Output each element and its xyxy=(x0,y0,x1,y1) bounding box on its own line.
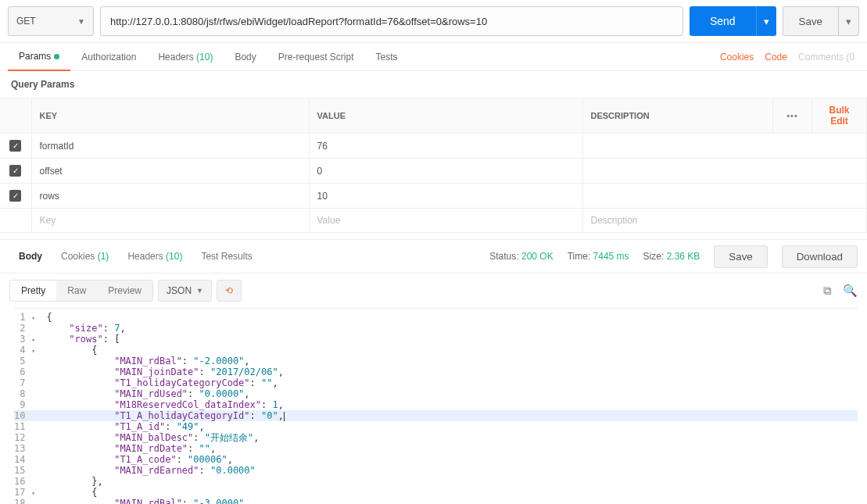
save-button[interactable]: Save xyxy=(783,6,839,36)
send-button[interactable]: Send xyxy=(690,6,756,36)
checkbox-icon[interactable]: ✓ xyxy=(9,140,21,152)
http-method-select[interactable]: GET ▼ xyxy=(8,6,94,36)
chevron-down-icon: ▾ xyxy=(764,16,769,27)
bulk-edit-link[interactable]: Bulk Edit xyxy=(829,105,849,127)
param-key-cell[interactable]: rows xyxy=(31,184,309,209)
param-value-cell[interactable]: 76 xyxy=(309,134,582,159)
query-params-table: KEY VALUE DESCRIPTION ••• Bulk Edit ✓ fo… xyxy=(0,98,867,233)
table-row-empty: Key Value Description xyxy=(0,209,867,233)
col-header-description: DESCRIPTION xyxy=(582,98,773,134)
save-response-button[interactable]: Save xyxy=(714,245,767,268)
download-response-button[interactable]: Download xyxy=(782,245,858,268)
params-indicator-dot xyxy=(54,54,59,59)
send-dropdown-button[interactable]: ▾ xyxy=(756,6,776,36)
link-code[interactable]: Code xyxy=(765,52,787,63)
param-value-cell[interactable]: 10 xyxy=(309,184,582,209)
search-icon[interactable]: 🔍 xyxy=(843,284,858,298)
chevron-down-icon: ▾ xyxy=(846,16,851,27)
save-dropdown-button[interactable]: ▾ xyxy=(839,6,859,36)
wrap-lines-icon[interactable]: ⟲ xyxy=(217,280,242,302)
col-header-value: VALUE xyxy=(309,98,582,134)
checkbox-icon[interactable]: ✓ xyxy=(9,190,21,202)
view-mode-group: Pretty Raw Preview xyxy=(9,280,153,302)
resp-tab-cookies[interactable]: Cookies (1) xyxy=(52,245,118,268)
tab-params[interactable]: Params xyxy=(8,43,70,71)
status-label: Status: 200 OK xyxy=(489,251,553,262)
tab-prerequest[interactable]: Pre-request Script xyxy=(267,44,365,70)
query-params-title: Query Params xyxy=(0,71,867,98)
format-select[interactable]: JSON ▼ xyxy=(158,280,212,302)
param-key-input[interactable]: Key xyxy=(31,209,309,233)
view-pretty-button[interactable]: Pretty xyxy=(10,281,56,301)
resp-tab-tests[interactable]: Test Results xyxy=(192,245,261,268)
table-row: ✓ offset 0 xyxy=(0,159,867,184)
resp-tab-body[interactable]: Body xyxy=(9,245,52,268)
url-input[interactable] xyxy=(100,6,683,36)
tab-tests[interactable]: Tests xyxy=(365,44,409,70)
checkbox-icon[interactable]: ✓ xyxy=(9,165,21,177)
time-label: Time: 7445 ms xyxy=(568,251,629,262)
param-key-cell[interactable]: offset xyxy=(31,159,309,184)
response-code-viewer[interactable]: 1▾23▾4▾567891011121314151617▾1819 { "siz… xyxy=(14,308,858,504)
chevron-down-icon: ▼ xyxy=(77,17,85,26)
more-options-icon[interactable]: ••• xyxy=(786,111,798,120)
link-cookies[interactable]: Cookies xyxy=(720,52,754,63)
param-key-cell[interactable]: formatId xyxy=(31,134,309,159)
param-desc-cell[interactable] xyxy=(582,134,867,159)
chevron-down-icon: ▼ xyxy=(196,287,203,295)
tab-authorization[interactable]: Authorization xyxy=(70,44,147,70)
col-header-key: KEY xyxy=(31,98,309,134)
table-row: ✓ formatId 76 xyxy=(0,134,867,159)
copy-icon[interactable]: ⧉ xyxy=(823,284,832,298)
param-desc-input[interactable]: Description xyxy=(582,209,867,233)
http-method-label: GET xyxy=(16,16,36,27)
tab-headers[interactable]: Headers (10) xyxy=(147,44,224,70)
param-desc-cell[interactable] xyxy=(582,159,867,184)
tab-body[interactable]: Body xyxy=(224,44,267,70)
param-value-input[interactable]: Value xyxy=(309,209,582,233)
size-label: Size: 2.36 KB xyxy=(643,251,700,262)
table-row: ✓ rows 10 xyxy=(0,184,867,209)
param-desc-cell[interactable] xyxy=(582,184,867,209)
view-preview-button[interactable]: Preview xyxy=(97,281,152,301)
view-raw-button[interactable]: Raw xyxy=(56,281,97,301)
param-value-cell[interactable]: 0 xyxy=(309,159,582,184)
link-comments[interactable]: Comments (0 xyxy=(798,52,854,63)
resp-tab-headers[interactable]: Headers (10) xyxy=(118,245,192,268)
